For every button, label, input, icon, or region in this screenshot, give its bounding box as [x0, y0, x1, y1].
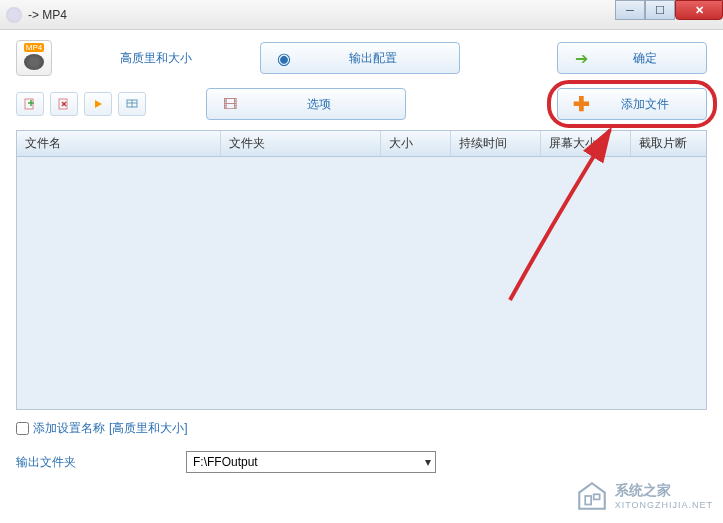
- reel-icon: [24, 54, 44, 70]
- remove-item-button[interactable]: [50, 92, 78, 116]
- file-remove-icon: [57, 97, 71, 111]
- grid-icon: [125, 97, 139, 111]
- col-duration[interactable]: 持续时间: [451, 131, 541, 156]
- play-button[interactable]: [84, 92, 112, 116]
- col-filename[interactable]: 文件名: [17, 131, 221, 156]
- main-content: MP4 高质里和大小 ◉ 输出配置 ➔ 确定 🎞 选项: [0, 30, 723, 493]
- svg-rect-0: [25, 99, 33, 109]
- add-settings-checkbox-wrap[interactable]: 添加设置名称 [高质里和大小]: [16, 420, 188, 437]
- ok-button[interactable]: ➔ 确定: [557, 42, 707, 74]
- add-file-label: 添加文件: [604, 96, 706, 113]
- add-settings-label: 添加设置名称: [33, 420, 105, 437]
- window-title: -> MP4: [28, 8, 67, 22]
- options-label: 选项: [253, 96, 405, 113]
- add-settings-checkbox[interactable]: [16, 422, 29, 435]
- output-folder-select[interactable]: F:\FFOutput: [186, 451, 436, 473]
- file-table: 文件名 文件夹 大小 持续时间 屏幕大小 截取片断: [16, 130, 707, 410]
- col-screen-size[interactable]: 屏幕大小: [541, 131, 631, 156]
- add-file-highlight: ✚ 添加文件: [557, 88, 707, 120]
- col-size[interactable]: 大小: [381, 131, 451, 156]
- format-badge: MP4: [24, 43, 44, 52]
- add-settings-value: [高质里和大小]: [109, 420, 188, 437]
- output-folder-label: 输出文件夹: [16, 454, 176, 471]
- gear-icon: ◉: [261, 49, 307, 68]
- titlebar: -> MP4 ─ ☐ ✕: [0, 0, 723, 30]
- maximize-button[interactable]: ☐: [645, 0, 675, 20]
- svg-rect-13: [593, 494, 599, 499]
- col-trim[interactable]: 截取片断: [631, 131, 706, 156]
- file-add-icon: [23, 97, 37, 111]
- format-icon[interactable]: MP4: [16, 40, 52, 76]
- output-folder-path: F:\FFOutput: [193, 455, 258, 469]
- app-icon: [6, 7, 22, 23]
- quality-label: 高质里和大小: [66, 50, 246, 67]
- close-button[interactable]: ✕: [675, 0, 723, 20]
- options-button[interactable]: 🎞 选项: [206, 88, 406, 120]
- output-config-button[interactable]: ◉ 输出配置: [260, 42, 460, 74]
- svg-marker-6: [95, 100, 102, 108]
- add-item-button[interactable]: [16, 92, 44, 116]
- arrow-right-icon: ➔: [558, 49, 604, 68]
- svg-rect-12: [585, 496, 591, 505]
- view-button[interactable]: [118, 92, 146, 116]
- play-icon: [91, 97, 105, 111]
- col-folder[interactable]: 文件夹: [221, 131, 381, 156]
- minimize-button[interactable]: ─: [615, 0, 645, 20]
- ok-label: 确定: [604, 50, 706, 67]
- table-header: 文件名 文件夹 大小 持续时间 屏幕大小 截取片断: [17, 131, 706, 157]
- film-icon: 🎞: [207, 96, 253, 112]
- add-file-button[interactable]: ✚ 添加文件: [557, 88, 707, 120]
- table-body[interactable]: [17, 157, 706, 409]
- watermark-url: XITONGZHIJIA.NET: [615, 500, 713, 510]
- window-controls: ─ ☐ ✕: [615, 0, 723, 20]
- plus-icon: ✚: [558, 92, 604, 116]
- output-config-label: 输出配置: [307, 50, 459, 67]
